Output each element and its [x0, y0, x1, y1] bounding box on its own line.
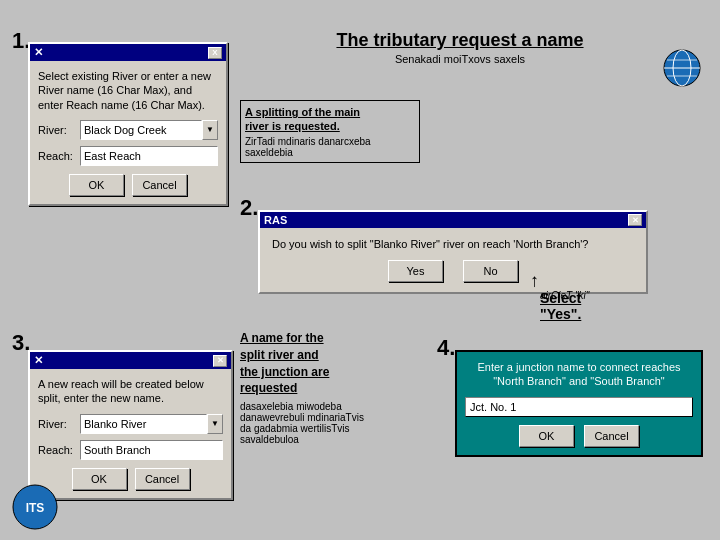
step4-ok-btn[interactable]: OK	[519, 425, 574, 447]
step1-titlebar-buttons: X	[208, 47, 222, 59]
annotation2-subtext4: savaldebuloа	[240, 434, 420, 445]
step3-titlebar: ✕ ✕	[30, 352, 231, 369]
annotation1-container: A splitting of the mainriver is requeste…	[240, 100, 420, 163]
step4-cancel-btn[interactable]: Cancel	[584, 425, 639, 447]
annotation2-title: A name for thesplit river andthe junctio…	[240, 330, 420, 397]
step1-title-icon: ✕	[34, 46, 43, 59]
step2-body: Do you wish to split "Blanko River" rive…	[260, 228, 646, 292]
arrow-to-yes: ↓	[530, 272, 539, 293]
step1-body-text: Select existing River or enter a new Riv…	[38, 69, 218, 112]
annotation2-subtext3: da gadabmia wertilisTvis	[240, 423, 420, 434]
annotation1-title: A splitting of the mainriver is requeste…	[245, 105, 415, 134]
step4-dialog: Enter a junction name to connect reaches…	[455, 350, 703, 457]
select-yes-container: Select "Yes". airCieT "ki"	[540, 290, 589, 301]
step1-ok-btn[interactable]: OK	[69, 174, 124, 196]
svg-text:ITS: ITS	[26, 501, 45, 515]
step2-close-btn[interactable]: ✕	[628, 214, 642, 226]
annotation1-subtext: ZirTadi mdinaris danarcxebasaxeldebia	[245, 136, 415, 158]
step1-river-input[interactable]: Black Dog Creek	[80, 120, 202, 140]
globe-icon	[662, 48, 702, 88]
step-2-number: 2.	[240, 195, 258, 221]
step3-reach-input[interactable]: South Branch	[80, 440, 223, 460]
step2-yes-btn[interactable]: Yes	[388, 260, 443, 282]
globe-icon-area	[662, 48, 702, 88]
step3-dialog: ✕ ✕ A new reach will be created below sp…	[28, 350, 233, 500]
step2-no-btn[interactable]: No	[463, 260, 518, 282]
step1-close-btn[interactable]: X	[208, 47, 222, 59]
step2-dialog: RAS ✕ Do you wish to split "Blanko River…	[258, 210, 648, 294]
subtitle-text: Senakadi moiTxovs saxels	[240, 53, 680, 65]
step1-river-combo[interactable]: Black Dog Creek ▼	[80, 120, 218, 140]
annotation2-subtext2: danawevrebuli mdinariaTvis	[240, 412, 420, 423]
step4-body-text: Enter a junction name to connect reaches…	[465, 360, 693, 389]
select-yes-text: Select "Yes".	[540, 290, 589, 322]
step1-reach-label: Reach:	[38, 150, 80, 162]
step2-title-text: RAS	[264, 214, 287, 226]
title-section: The tributary request a name Senakadi mo…	[240, 30, 680, 65]
annotation2-container: A name for thesplit river andthe junctio…	[240, 330, 420, 445]
step4-junction-input[interactable]: Jct. No. 1	[465, 397, 693, 417]
step3-river-input[interactable]: Blanko River	[80, 414, 207, 434]
step3-river-label: River:	[38, 418, 80, 430]
step3-titlebar-buttons: ✕	[213, 355, 227, 367]
step3-ok-btn[interactable]: OK	[72, 468, 127, 490]
step1-cancel-btn[interactable]: Cancel	[132, 174, 187, 196]
step2-titlebar: RAS ✕	[260, 212, 646, 228]
step3-cancel-btn[interactable]: Cancel	[135, 468, 190, 490]
step1-titlebar: ✕ X	[30, 44, 226, 61]
step1-reach-input[interactable]: East Reach	[80, 146, 218, 166]
step3-body-text: A new reach will be created below split,…	[38, 377, 223, 406]
step-4-number: 4.	[437, 335, 455, 361]
its-logo: ITS	[10, 482, 60, 532]
step3-river-combo[interactable]: Blanko River ▼	[80, 414, 223, 434]
step3-title-icon: ✕	[34, 354, 43, 367]
main-title: The tributary request a name	[240, 30, 680, 51]
step3-river-dropdown-btn[interactable]: ▼	[207, 414, 223, 434]
step1-dialog: ✕ X Select existing River or enter a new…	[28, 42, 228, 206]
step2-body-text: Do you wish to split "Blanko River" rive…	[272, 238, 634, 250]
step3-reach-label: Reach:	[38, 444, 80, 456]
annotation2-subtext1: dasaxelebia miwodeba	[240, 401, 420, 412]
step1-river-dropdown-btn[interactable]: ▼	[202, 120, 218, 140]
step3-close-btn[interactable]: ✕	[213, 355, 227, 367]
step1-river-label: River:	[38, 124, 80, 136]
